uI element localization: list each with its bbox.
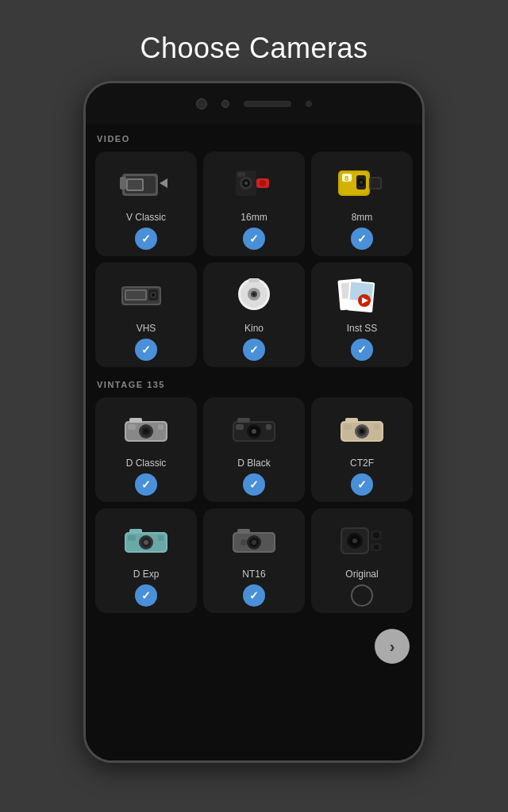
svg-rect-22 (371, 178, 380, 188)
svg-text:8: 8 (344, 174, 348, 182)
camera-name-original: Original (345, 569, 378, 580)
svg-point-10 (244, 182, 248, 185)
svg-point-88 (352, 538, 357, 543)
check-btn-d-exp[interactable] (135, 584, 157, 607)
camera-name-nt16: NT16 (242, 569, 265, 580)
svg-point-55 (252, 429, 256, 434)
camera-card-original[interactable]: Original (311, 508, 413, 613)
camera-card-d-exp[interactable]: D Exp (95, 508, 197, 613)
svg-point-71 (144, 540, 148, 545)
camera-card-8mm[interactable]: 8 8mm (311, 151, 413, 256)
svg-point-79 (252, 540, 256, 545)
svg-rect-48 (128, 424, 136, 430)
svg-rect-5 (128, 180, 142, 190)
check-btn-d-classic[interactable] (135, 473, 157, 496)
svg-point-92 (374, 545, 379, 550)
svg-rect-26 (126, 291, 145, 299)
speaker-icon (244, 101, 291, 107)
camera-icon-ct2f (330, 405, 394, 453)
page-title: Choose Cameras (140, 32, 368, 65)
camera-name-d-black: D Black (237, 458, 270, 469)
svg-point-47 (144, 429, 148, 434)
vol-up-button (423, 210, 425, 242)
camera-icon-dexp (114, 516, 178, 564)
camera-name-16mm: 16mm (241, 212, 267, 223)
section-vintage135-label: VINTAGE 135 (97, 380, 413, 389)
camera-card-nt16[interactable]: NT16 (203, 508, 305, 613)
svg-rect-50 (129, 418, 142, 423)
svg-point-83 (241, 539, 247, 546)
video-cameras-grid: V Classic (95, 151, 413, 367)
camera-icon-nt16 (222, 516, 286, 564)
svg-rect-64 (344, 424, 352, 430)
svg-point-29 (152, 293, 155, 297)
camera-card-inst-ss[interactable]: Inst SS (311, 262, 413, 367)
check-btn-kino[interactable] (243, 339, 265, 361)
vintage135-cameras-grid: D Classic (95, 397, 413, 613)
check-btn-v-classic[interactable] (135, 228, 157, 250)
check-btn-nt16[interactable] (243, 584, 265, 607)
svg-point-20 (360, 181, 363, 184)
camera-card-d-black[interactable]: D Black (203, 397, 305, 502)
section-vintage135: VINTAGE 135 (95, 380, 413, 670)
camera-name-vhs: VHS (137, 323, 156, 334)
svg-rect-74 (129, 529, 142, 534)
svg-rect-56 (236, 424, 244, 430)
camera-name-v-classic: V Classic (126, 212, 166, 223)
svg-point-12 (260, 180, 266, 186)
camera-card-16mm[interactable]: 16mm (203, 151, 305, 256)
camera-icon-original (330, 516, 394, 564)
next-button[interactable]: › (375, 629, 410, 664)
front-camera-small-icon (221, 100, 229, 108)
svg-rect-57 (266, 424, 271, 430)
svg-rect-49 (158, 424, 164, 430)
svg-rect-13 (237, 172, 245, 177)
svg-point-34 (252, 293, 256, 296)
svg-rect-82 (237, 529, 250, 534)
svg-rect-2 (120, 177, 126, 190)
camera-name-inst-ss: Inst SS (347, 323, 378, 334)
phone-content[interactable]: VIDEO V Classic (86, 124, 422, 760)
check-btn-inst-ss[interactable] (351, 339, 373, 361)
camera-icon-vcam (114, 159, 178, 207)
camera-name-d-exp: D Exp (133, 569, 160, 580)
svg-point-90 (373, 532, 379, 538)
svg-rect-81 (266, 535, 271, 541)
camera-card-d-classic[interactable]: D Classic (95, 397, 197, 502)
camera-name-d-classic: D Classic (126, 458, 167, 469)
check-btn-original[interactable] (351, 584, 373, 607)
camera-icon-vhs (114, 270, 178, 318)
camera-card-v-classic[interactable]: V Classic (95, 151, 197, 256)
sensor-icon (306, 101, 312, 107)
camera-name-kino: Kino (244, 323, 264, 334)
check-btn-16mm[interactable] (243, 228, 265, 250)
check-btn-vhs[interactable] (135, 339, 157, 361)
svg-rect-73 (158, 535, 164, 541)
phone-frame: VIDEO V Classic (83, 81, 425, 763)
next-btn-container: › (95, 626, 413, 670)
svg-rect-72 (128, 535, 136, 541)
check-btn-d-black[interactable] (243, 473, 265, 496)
section-video: VIDEO V Classic (95, 134, 413, 367)
svg-rect-36 (249, 279, 259, 282)
camera-icon-16mm (222, 159, 286, 207)
camera-icon-dclassic (114, 405, 178, 453)
svg-point-63 (360, 429, 364, 434)
svg-rect-65 (374, 424, 379, 430)
phone-top-bar (86, 83, 422, 124)
camera-icon-dblack (222, 405, 286, 453)
camera-card-kino[interactable]: Kino (203, 262, 305, 367)
vol-down-button (423, 250, 425, 282)
svg-rect-58 (237, 418, 250, 423)
camera-card-vhs[interactable]: VHS (95, 262, 197, 367)
camera-icon-kino (222, 270, 286, 318)
section-video-label: VIDEO (97, 134, 413, 144)
svg-rect-66 (345, 418, 358, 423)
check-btn-ct2f[interactable] (351, 473, 373, 496)
camera-icon-8mm: 8 (330, 159, 394, 207)
svg-marker-3 (160, 178, 167, 188)
camera-icon-instss (330, 270, 394, 318)
camera-card-ct2f[interactable]: CT2F (311, 397, 413, 502)
check-btn-8mm[interactable] (351, 228, 373, 250)
camera-name-ct2f: CT2F (350, 458, 374, 469)
